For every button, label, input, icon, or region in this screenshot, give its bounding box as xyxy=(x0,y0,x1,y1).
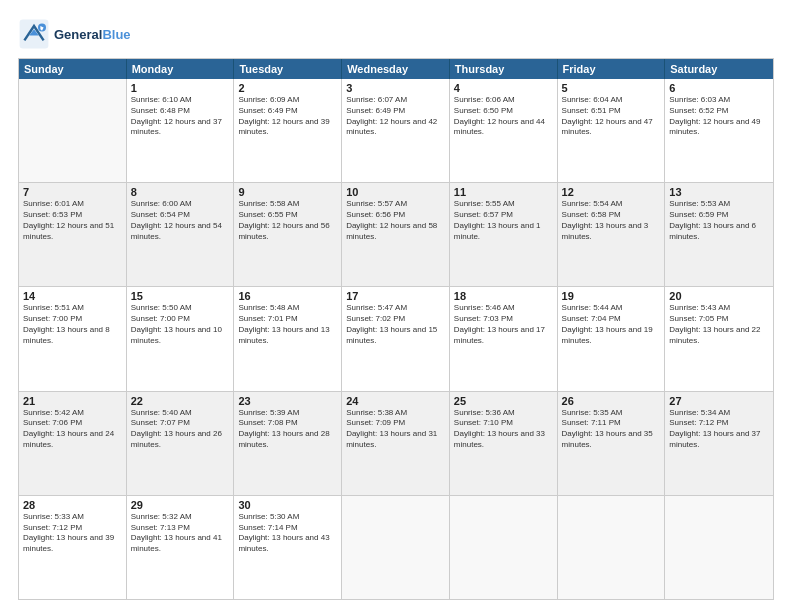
day-number: 28 xyxy=(23,499,122,511)
cell-info: Sunrise: 5:33 AMSunset: 7:12 PMDaylight:… xyxy=(23,512,122,555)
calendar-row: 21Sunrise: 5:42 AMSunset: 7:06 PMDayligh… xyxy=(19,392,773,496)
calendar-cell: 29Sunrise: 5:32 AMSunset: 7:13 PMDayligh… xyxy=(127,496,235,599)
logo-icon xyxy=(18,18,50,50)
calendar-cell: 20Sunrise: 5:43 AMSunset: 7:05 PMDayligh… xyxy=(665,287,773,390)
day-number: 12 xyxy=(562,186,661,198)
cell-info: Sunrise: 5:51 AMSunset: 7:00 PMDaylight:… xyxy=(23,303,122,346)
cell-info: Sunrise: 6:04 AMSunset: 6:51 PMDaylight:… xyxy=(562,95,661,138)
calendar-cell: 21Sunrise: 5:42 AMSunset: 7:06 PMDayligh… xyxy=(19,392,127,495)
cell-info: Sunrise: 5:55 AMSunset: 6:57 PMDaylight:… xyxy=(454,199,553,242)
cell-info: Sunrise: 5:58 AMSunset: 6:55 PMDaylight:… xyxy=(238,199,337,242)
day-number: 17 xyxy=(346,290,445,302)
cell-info: Sunrise: 5:38 AMSunset: 7:09 PMDaylight:… xyxy=(346,408,445,451)
cell-info: Sunrise: 6:07 AMSunset: 6:49 PMDaylight:… xyxy=(346,95,445,138)
day-number: 5 xyxy=(562,82,661,94)
calendar-row: 1Sunrise: 6:10 AMSunset: 6:48 PMDaylight… xyxy=(19,79,773,183)
calendar-cell: 2Sunrise: 6:09 AMSunset: 6:49 PMDaylight… xyxy=(234,79,342,182)
cell-info: Sunrise: 6:10 AMSunset: 6:48 PMDaylight:… xyxy=(131,95,230,138)
header: GeneralBlue xyxy=(18,18,774,50)
cell-info: Sunrise: 5:54 AMSunset: 6:58 PMDaylight:… xyxy=(562,199,661,242)
calendar-cell xyxy=(450,496,558,599)
calendar-cell xyxy=(19,79,127,182)
cell-info: Sunrise: 5:40 AMSunset: 7:07 PMDaylight:… xyxy=(131,408,230,451)
calendar-cell: 5Sunrise: 6:04 AMSunset: 6:51 PMDaylight… xyxy=(558,79,666,182)
cell-info: Sunrise: 5:42 AMSunset: 7:06 PMDaylight:… xyxy=(23,408,122,451)
day-number: 23 xyxy=(238,395,337,407)
calendar-cell: 22Sunrise: 5:40 AMSunset: 7:07 PMDayligh… xyxy=(127,392,235,495)
calendar-cell: 4Sunrise: 6:06 AMSunset: 6:50 PMDaylight… xyxy=(450,79,558,182)
cell-info: Sunrise: 5:34 AMSunset: 7:12 PMDaylight:… xyxy=(669,408,769,451)
day-number: 4 xyxy=(454,82,553,94)
day-number: 20 xyxy=(669,290,769,302)
day-number: 24 xyxy=(346,395,445,407)
day-number: 8 xyxy=(131,186,230,198)
calendar-cell xyxy=(558,496,666,599)
calendar-header-day: Monday xyxy=(127,59,235,79)
calendar-cell: 28Sunrise: 5:33 AMSunset: 7:12 PMDayligh… xyxy=(19,496,127,599)
cell-info: Sunrise: 5:48 AMSunset: 7:01 PMDaylight:… xyxy=(238,303,337,346)
day-number: 11 xyxy=(454,186,553,198)
day-number: 10 xyxy=(346,186,445,198)
calendar-cell: 24Sunrise: 5:38 AMSunset: 7:09 PMDayligh… xyxy=(342,392,450,495)
day-number: 14 xyxy=(23,290,122,302)
calendar: SundayMondayTuesdayWednesdayThursdayFrid… xyxy=(18,58,774,600)
cell-info: Sunrise: 5:44 AMSunset: 7:04 PMDaylight:… xyxy=(562,303,661,346)
calendar-cell: 15Sunrise: 5:50 AMSunset: 7:00 PMDayligh… xyxy=(127,287,235,390)
calendar-cell: 12Sunrise: 5:54 AMSunset: 6:58 PMDayligh… xyxy=(558,183,666,286)
calendar-cell: 18Sunrise: 5:46 AMSunset: 7:03 PMDayligh… xyxy=(450,287,558,390)
calendar-header: SundayMondayTuesdayWednesdayThursdayFrid… xyxy=(19,59,773,79)
day-number: 2 xyxy=(238,82,337,94)
day-number: 25 xyxy=(454,395,553,407)
calendar-cell: 14Sunrise: 5:51 AMSunset: 7:00 PMDayligh… xyxy=(19,287,127,390)
calendar-cell xyxy=(665,496,773,599)
cell-info: Sunrise: 6:06 AMSunset: 6:50 PMDaylight:… xyxy=(454,95,553,138)
day-number: 6 xyxy=(669,82,769,94)
cell-info: Sunrise: 5:35 AMSunset: 7:11 PMDaylight:… xyxy=(562,408,661,451)
page: GeneralBlue SundayMondayTuesdayWednesday… xyxy=(0,0,792,612)
calendar-cell: 8Sunrise: 6:00 AMSunset: 6:54 PMDaylight… xyxy=(127,183,235,286)
logo: GeneralBlue xyxy=(18,18,131,50)
calendar-cell: 19Sunrise: 5:44 AMSunset: 7:04 PMDayligh… xyxy=(558,287,666,390)
cell-info: Sunrise: 5:46 AMSunset: 7:03 PMDaylight:… xyxy=(454,303,553,346)
calendar-cell: 13Sunrise: 5:53 AMSunset: 6:59 PMDayligh… xyxy=(665,183,773,286)
cell-info: Sunrise: 5:32 AMSunset: 7:13 PMDaylight:… xyxy=(131,512,230,555)
cell-info: Sunrise: 6:01 AMSunset: 6:53 PMDaylight:… xyxy=(23,199,122,242)
day-number: 30 xyxy=(238,499,337,511)
day-number: 27 xyxy=(669,395,769,407)
calendar-cell: 26Sunrise: 5:35 AMSunset: 7:11 PMDayligh… xyxy=(558,392,666,495)
day-number: 16 xyxy=(238,290,337,302)
calendar-cell: 6Sunrise: 6:03 AMSunset: 6:52 PMDaylight… xyxy=(665,79,773,182)
calendar-header-day: Thursday xyxy=(450,59,558,79)
cell-info: Sunrise: 5:30 AMSunset: 7:14 PMDaylight:… xyxy=(238,512,337,555)
cell-info: Sunrise: 5:39 AMSunset: 7:08 PMDaylight:… xyxy=(238,408,337,451)
day-number: 15 xyxy=(131,290,230,302)
calendar-row: 14Sunrise: 5:51 AMSunset: 7:00 PMDayligh… xyxy=(19,287,773,391)
day-number: 26 xyxy=(562,395,661,407)
cell-info: Sunrise: 6:00 AMSunset: 6:54 PMDaylight:… xyxy=(131,199,230,242)
day-number: 18 xyxy=(454,290,553,302)
calendar-header-day: Wednesday xyxy=(342,59,450,79)
calendar-row: 28Sunrise: 5:33 AMSunset: 7:12 PMDayligh… xyxy=(19,496,773,599)
calendar-cell: 10Sunrise: 5:57 AMSunset: 6:56 PMDayligh… xyxy=(342,183,450,286)
day-number: 19 xyxy=(562,290,661,302)
calendar-cell xyxy=(342,496,450,599)
calendar-cell: 3Sunrise: 6:07 AMSunset: 6:49 PMDaylight… xyxy=(342,79,450,182)
calendar-cell: 30Sunrise: 5:30 AMSunset: 7:14 PMDayligh… xyxy=(234,496,342,599)
calendar-cell: 11Sunrise: 5:55 AMSunset: 6:57 PMDayligh… xyxy=(450,183,558,286)
day-number: 7 xyxy=(23,186,122,198)
cell-info: Sunrise: 5:50 AMSunset: 7:00 PMDaylight:… xyxy=(131,303,230,346)
calendar-row: 7Sunrise: 6:01 AMSunset: 6:53 PMDaylight… xyxy=(19,183,773,287)
calendar-body: 1Sunrise: 6:10 AMSunset: 6:48 PMDaylight… xyxy=(19,79,773,599)
cell-info: Sunrise: 5:47 AMSunset: 7:02 PMDaylight:… xyxy=(346,303,445,346)
cell-info: Sunrise: 5:53 AMSunset: 6:59 PMDaylight:… xyxy=(669,199,769,242)
calendar-cell: 17Sunrise: 5:47 AMSunset: 7:02 PMDayligh… xyxy=(342,287,450,390)
calendar-cell: 9Sunrise: 5:58 AMSunset: 6:55 PMDaylight… xyxy=(234,183,342,286)
day-number: 29 xyxy=(131,499,230,511)
cell-info: Sunrise: 6:09 AMSunset: 6:49 PMDaylight:… xyxy=(238,95,337,138)
calendar-cell: 27Sunrise: 5:34 AMSunset: 7:12 PMDayligh… xyxy=(665,392,773,495)
day-number: 3 xyxy=(346,82,445,94)
day-number: 13 xyxy=(669,186,769,198)
calendar-cell: 16Sunrise: 5:48 AMSunset: 7:01 PMDayligh… xyxy=(234,287,342,390)
cell-info: Sunrise: 5:57 AMSunset: 6:56 PMDaylight:… xyxy=(346,199,445,242)
calendar-cell: 1Sunrise: 6:10 AMSunset: 6:48 PMDaylight… xyxy=(127,79,235,182)
